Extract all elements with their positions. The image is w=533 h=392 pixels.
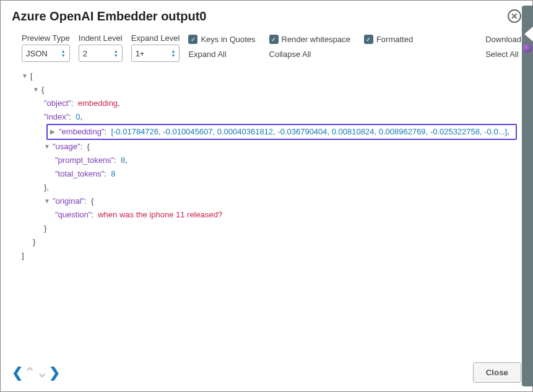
side-tab-notch — [524, 27, 533, 41]
preview-type-value: JSON — [26, 49, 48, 58]
keys-in-quotes-check[interactable]: ✓ Keys in Quotes — [188, 33, 255, 45]
dialog: DataViz Azure OpenAI Embedder output0 ✕ … — [0, 0, 533, 392]
check-label: Formatted — [376, 35, 413, 44]
json-line: "index": 0, — [22, 110, 521, 124]
chevron-last-icon[interactable]: ❯ — [49, 365, 60, 381]
nav-arrows: ❮ ⌃ ⌄ ❯ — [12, 365, 60, 381]
expand-level-select[interactable]: 1+ ▲▼ — [131, 45, 180, 62]
json-line-highlighted: ▶"embedding": [-0.01784726, -0.010045607… — [46, 124, 517, 140]
select-all-link[interactable]: Select All — [485, 48, 521, 59]
indent-level-select[interactable]: 2 ▲▼ — [79, 45, 123, 62]
stepper-arrows-icon: ▲▼ — [61, 49, 66, 58]
footer: ❮ ⌃ ⌄ ❯ Close — [12, 356, 521, 383]
collapse-icon[interactable]: ▼ — [44, 140, 50, 154]
checkbox-icon: ✓ — [269, 35, 279, 44]
json-line: ▼[ — [22, 69, 521, 83]
indent-level-label: Indent Level — [79, 33, 123, 43]
json-line: "object": embedding, — [22, 97, 521, 110]
stepper-arrows-icon: ▲▼ — [171, 49, 175, 58]
expand-level-label: Expand Level — [131, 33, 180, 43]
preview-type-select[interactable]: JSON ▲▼ — [22, 45, 70, 62]
side-tab[interactable]: DataViz — [522, 6, 533, 386]
collapse-icon[interactable]: ▼ — [44, 194, 50, 208]
download-link[interactable]: Download — [485, 33, 521, 45]
indent-level-value: 2 — [83, 49, 87, 58]
json-line: ▼{ — [22, 83, 521, 97]
checkbox-icon: ✓ — [188, 35, 197, 44]
json-line: "total_tokens": 8 — [22, 167, 521, 181]
expand-level-value: 1+ — [136, 49, 145, 58]
chevron-first-icon[interactable]: ❮ — [12, 365, 23, 381]
controls-row: Preview Type JSON ▲▼ Indent Level 2 ▲▼ E… — [12, 33, 521, 62]
check-label: Keys in Quotes — [201, 35, 255, 44]
stepper-arrows-icon: ▲▼ — [114, 49, 118, 58]
header: Azure OpenAI Embedder output0 ✕ — [12, 9, 521, 24]
json-line: } — [22, 235, 521, 249]
collapse-all-link[interactable]: Collapse All — [269, 48, 350, 59]
collapse-icon[interactable]: ▼ — [33, 83, 39, 97]
expand-level-group: Expand Level 1+ ▲▼ — [131, 33, 180, 62]
json-line: "question": when was the iphone 11 relea… — [22, 208, 521, 222]
chevron-down-icon[interactable]: ⌄ — [37, 365, 48, 381]
close-icon[interactable]: ✕ — [508, 9, 521, 23]
json-line: }, — [22, 181, 521, 194]
chevron-up-icon[interactable]: ⌃ — [24, 365, 35, 381]
preview-type-group: Preview Type JSON ▲▼ — [22, 33, 70, 62]
check-label: Render whitespace — [282, 35, 350, 44]
expand-all-link[interactable]: Expand All — [188, 48, 255, 59]
preview-type-label: Preview Type — [22, 33, 70, 43]
checkbox-icon: ✓ — [364, 35, 373, 44]
json-line: } — [22, 222, 521, 235]
formatted-check[interactable]: ✓ Formatted — [364, 33, 413, 45]
render-whitespace-check[interactable]: ✓ Render whitespace — [269, 33, 350, 45]
expand-icon[interactable]: ▶ — [50, 125, 56, 139]
close-button[interactable]: Close — [473, 362, 521, 383]
dialog-title: Azure OpenAI Embedder output0 — [12, 9, 206, 24]
json-viewer: ▼[ ▼{ "object": embedding, "index": 0, ▶… — [12, 69, 521, 356]
json-line: ▼"usage": { — [22, 140, 521, 154]
json-line: "prompt_tokens": 8, — [22, 154, 521, 167]
dataviz-icon — [523, 44, 532, 53]
json-line: ▼"original": { — [22, 194, 521, 208]
control-links: ✓ Keys in Quotes Expand All ✓ Render whi… — [188, 33, 521, 59]
indent-level-group: Indent Level 2 ▲▼ — [79, 33, 123, 62]
collapse-icon[interactable]: ▼ — [22, 69, 28, 83]
json-line: ] — [22, 249, 521, 263]
